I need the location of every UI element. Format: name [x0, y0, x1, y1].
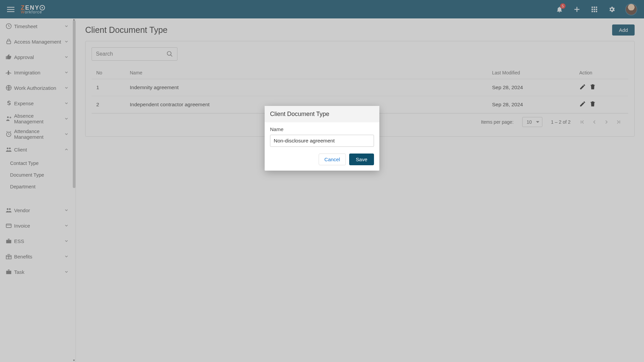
save-button[interactable]: Save [349, 154, 374, 165]
client-document-type-dialog: Client Document Type Name Cancel Save [265, 106, 379, 171]
name-input[interactable] [270, 135, 374, 147]
modal-overlay[interactable]: Client Document Type Name Cancel Save [0, 0, 644, 362]
dialog-title: Client Document Type [265, 106, 379, 122]
cancel-button[interactable]: Cancel [319, 154, 346, 165]
name-label: Name [270, 126, 374, 132]
